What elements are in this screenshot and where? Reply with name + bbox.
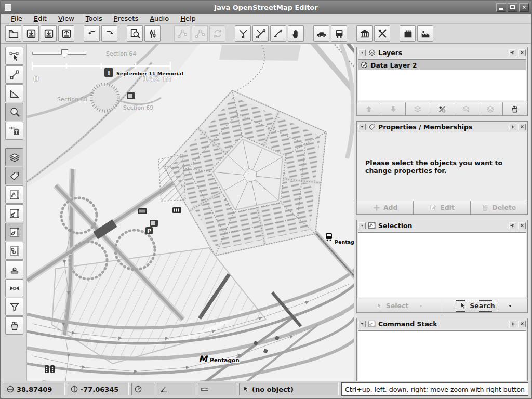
layer-visible-icon[interactable] xyxy=(360,61,368,69)
command-stack-dialog-button[interactable] xyxy=(5,316,23,335)
menu-view[interactable]: View xyxy=(54,14,79,23)
preferences-icon xyxy=(147,28,158,39)
properties-pin-button[interactable] xyxy=(509,124,516,130)
menu-file[interactable]: File xyxy=(6,14,27,23)
section-68-label: Section 68 xyxy=(57,96,87,103)
save-icon xyxy=(43,28,55,39)
selection-collapse-button[interactable] xyxy=(358,222,366,229)
menu-help[interactable]: Help xyxy=(176,14,201,23)
refresh-button[interactable] xyxy=(209,25,225,42)
menu-audio[interactable]: Audio xyxy=(145,14,174,23)
edit-toolbar xyxy=(2,44,27,381)
properties-collapse-button[interactable] xyxy=(358,124,366,130)
upload-icon xyxy=(61,28,72,39)
layers-list[interactable]: Data Layer 2 xyxy=(358,59,526,101)
preset-castle-button[interactable] xyxy=(400,25,416,42)
map-canvas[interactable]: ! September 11 Memorial P xyxy=(27,44,357,381)
preset-bus-button[interactable] xyxy=(331,25,347,42)
layers-collapse-button[interactable] xyxy=(358,49,366,56)
preset-bank-button[interactable] xyxy=(356,25,373,42)
select-button[interactable]: Select xyxy=(356,299,442,313)
status-bar: 38.87409 -77.06345 (no object) Ctrl+up, … xyxy=(2,381,530,397)
filter-dialog-button[interactable] xyxy=(5,298,23,316)
measure-tool-button[interactable] xyxy=(5,84,23,102)
close-button[interactable] xyxy=(519,3,529,12)
validator-dialog-button[interactable] xyxy=(5,204,23,222)
selection-dialog-button[interactable] xyxy=(5,223,23,241)
properties-dialog-button[interactable] xyxy=(5,167,23,185)
way-node-button[interactable] xyxy=(192,25,208,42)
delete-layer-icon xyxy=(510,104,520,114)
preset-factory-icon xyxy=(420,28,431,39)
zoom-slider[interactable] xyxy=(32,49,86,58)
selection-pin-button[interactable] xyxy=(509,222,516,229)
zoom-slider-thumb[interactable] xyxy=(61,49,68,58)
relations-dialog-icon xyxy=(9,189,20,201)
command-stack-list[interactable] xyxy=(358,330,526,384)
zoom-slider-track[interactable] xyxy=(32,52,86,55)
menu-edit[interactable]: Edit xyxy=(29,14,51,23)
layer-up-button[interactable] xyxy=(356,102,381,116)
delete-property-button[interactable]: Delete xyxy=(470,201,527,215)
duplicate-layer-button[interactable] xyxy=(454,102,478,116)
layer-list-button[interactable] xyxy=(478,102,503,116)
download-osm-button[interactable] xyxy=(23,25,39,42)
longitude-icon xyxy=(70,385,78,393)
merge-layer-button[interactable] xyxy=(405,102,430,116)
redo-button[interactable] xyxy=(101,25,117,42)
search-button[interactable] xyxy=(127,25,143,42)
titlebar[interactable]: Java OpenStreetMap Editor xyxy=(1,1,531,14)
layers-close-button[interactable] xyxy=(518,49,526,56)
preset-restaurant-button[interactable] xyxy=(374,25,390,42)
upload-button[interactable] xyxy=(58,25,74,42)
menu-presets[interactable]: Presets xyxy=(109,14,143,23)
draw-node-tool-button[interactable] xyxy=(5,65,23,84)
edit-property-button[interactable]: Edit xyxy=(413,201,470,215)
layer-opacity-button[interactable] xyxy=(430,102,455,116)
layer-down-icon xyxy=(389,104,398,114)
menu-tools[interactable]: Tools xyxy=(81,14,107,23)
pin-icon xyxy=(510,222,516,229)
delete-tool-button[interactable] xyxy=(5,122,23,140)
pin-icon xyxy=(510,124,516,130)
search-button-panel[interactable]: Search xyxy=(442,299,527,313)
layers-dialog-button[interactable] xyxy=(5,148,23,166)
save-button[interactable] xyxy=(41,25,57,42)
map-paint-dialog-button[interactable] xyxy=(5,242,23,260)
add-property-button[interactable]: Add xyxy=(356,201,414,215)
delete-layer-button[interactable] xyxy=(502,102,527,116)
preferences-button[interactable] xyxy=(144,25,161,42)
preset-factory-button[interactable] xyxy=(417,25,433,42)
maximize-button[interactable] xyxy=(508,3,517,12)
layers-panel: Layers Data Layer 2 xyxy=(356,47,528,116)
open-button[interactable] xyxy=(5,25,21,42)
parking-icon: P xyxy=(145,227,153,234)
section-69-label: Section 69 xyxy=(123,104,153,111)
pan-button[interactable] xyxy=(288,25,304,42)
preset-car-button[interactable] xyxy=(313,25,329,42)
align-button[interactable] xyxy=(270,25,286,42)
selection-list[interactable] xyxy=(358,232,526,298)
svg-text:P: P xyxy=(147,228,151,234)
command-stack-collapse-button[interactable] xyxy=(358,321,366,327)
select-tool-button[interactable] xyxy=(5,47,23,65)
unglue-button[interactable] xyxy=(252,25,269,42)
layer-row[interactable]: Data Layer 2 xyxy=(358,60,526,70)
selection-close-button[interactable] xyxy=(518,222,526,229)
selection-dialog-icon xyxy=(9,227,20,238)
chevron-down-icon xyxy=(360,124,365,129)
undo-button[interactable] xyxy=(84,25,100,42)
command-stack-pin-button[interactable] xyxy=(509,321,516,327)
merge-way-button[interactable] xyxy=(174,25,190,42)
zoom-tool-button[interactable] xyxy=(5,103,23,121)
relations-dialog-button[interactable] xyxy=(5,185,23,204)
preset-castle-icon xyxy=(402,28,414,39)
layer-down-button[interactable] xyxy=(381,102,406,116)
split-way-button[interactable] xyxy=(235,25,251,42)
minimize-button[interactable] xyxy=(496,3,506,12)
conflict-dialog-button[interactable] xyxy=(5,279,23,297)
command-stack-close-button[interactable] xyxy=(518,321,526,327)
properties-close-button[interactable] xyxy=(518,124,526,130)
layers-pin-button[interactable] xyxy=(509,49,516,56)
history-dialog-button[interactable] xyxy=(5,260,23,278)
